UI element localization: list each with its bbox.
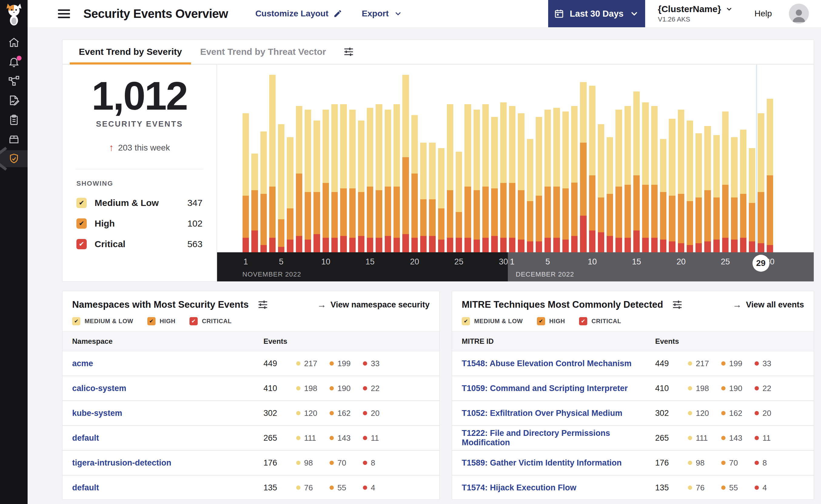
user-avatar[interactable] [789,4,809,24]
mitre-technique-link[interactable]: T1052: Exfiltration Over Physical Medium [462,409,655,418]
chart-bar[interactable] [615,69,622,252]
chart-bar[interactable] [323,69,329,252]
chart-bar[interactable] [633,69,640,252]
filter-critical[interactable]: ✔ CRITICAL [189,317,232,325]
chart-bar[interactable] [509,69,515,252]
chart-bar[interactable] [376,69,382,252]
help-link[interactable]: Help [754,9,772,18]
chart-bar[interactable] [696,69,702,252]
chart-bar[interactable] [518,69,524,252]
chart-bar[interactable] [562,69,569,252]
chart-bar[interactable] [385,69,391,252]
chart-bar[interactable] [447,69,453,252]
namespaces-settings-button[interactable] [257,299,269,310]
chart-bar[interactable] [429,69,435,252]
chart-bar[interactable] [456,69,462,252]
filter-high[interactable]: ✔ HIGH [537,317,565,325]
chart-bar[interactable] [713,69,720,252]
customize-layout-button[interactable]: Customize Layout [255,9,342,18]
chart-bar[interactable] [251,69,258,252]
namespace-link[interactable]: tigera-intrusion-detection [72,458,264,468]
chart-bar[interactable] [349,69,356,252]
chart-bar[interactable] [527,69,533,252]
filter-critical[interactable]: ✔ CRITICAL [579,317,621,325]
sidebar-item-alerts[interactable] [0,52,28,71]
date-range-button[interactable]: Last 30 Days [548,0,645,27]
sidebar-item-policies[interactable] [0,91,28,110]
mitre-technique-link[interactable]: T1059: Command and Scripting Interpreter [462,384,655,393]
chart-bar[interactable] [500,69,507,252]
chart-bar[interactable] [269,69,276,252]
filter-medium-low[interactable]: ✔ MEDIUM & LOW [72,317,133,325]
chart-bar[interactable] [749,69,755,252]
chart-bar[interactable] [482,69,489,252]
chart-bar[interactable] [394,69,400,252]
high-checkbox[interactable]: ✔ [76,218,87,229]
chart-bar[interactable] [278,69,284,252]
chart-bar[interactable] [474,69,480,252]
namespace-link[interactable]: default [72,483,264,492]
filter-medium-low[interactable]: ✔ MEDIUM & LOW [462,317,523,325]
tab-event-trend-by-threat-vector[interactable]: Event Trend by Threat Vector [191,40,335,64]
namespace-link[interactable]: acme [72,359,264,368]
chart-bar[interactable] [553,69,560,252]
sidebar-item-workloads[interactable] [0,130,28,149]
chart-bar[interactable] [678,69,684,252]
chart-bar[interactable] [651,69,658,252]
chart-bar[interactable] [331,69,338,252]
chart-bar[interactable] [687,69,693,252]
chart-bar[interactable] [758,69,764,252]
chart-bar[interactable] [411,69,418,252]
filter-high[interactable]: ✔ HIGH [147,317,175,325]
chart-bar[interactable] [642,69,649,252]
chart-bar[interactable] [287,69,293,252]
chart-bar[interactable] [340,69,347,252]
tab-event-trend-by-severity[interactable]: Event Trend by Severity [70,40,191,64]
sidebar-item-threat-defense[interactable] [0,150,28,167]
trend-settings-button[interactable] [343,40,354,64]
chart-bar[interactable] [243,69,249,252]
chart-bar[interactable] [536,69,542,252]
chart-bar[interactable] [491,69,497,252]
chart-bar[interactable] [420,69,427,252]
critical-checkbox[interactable]: ✔ [76,239,87,249]
chart-bar[interactable] [438,69,444,252]
mitre-technique-link[interactable]: T1548: Abuse Elevation Control Mechanism [462,359,655,368]
namespace-link[interactable]: kube-system [72,409,264,418]
chart-bar[interactable] [580,69,586,252]
chart-bar[interactable] [305,69,311,252]
chart-bar[interactable] [296,69,302,252]
sidebar-item-compliance[interactable] [0,110,28,130]
mitre-technique-link[interactable]: T1574: Hijack Execution Flow [462,483,655,492]
hamburger-menu-icon[interactable] [58,7,70,20]
chart-bar[interactable] [767,69,773,252]
sidebar-item-service-graph[interactable] [0,71,28,91]
selected-day-badge[interactable]: 29 [753,255,770,272]
view-all-events-link[interactable]: → View all events [733,300,804,310]
export-button[interactable]: Export [362,9,403,18]
namespace-link[interactable]: default [72,433,264,443]
chart-bar[interactable] [589,69,595,252]
view-namespace-security-link[interactable]: → View namespace security [317,300,430,310]
chart-bar[interactable] [660,69,667,252]
mitre-technique-link[interactable]: T1589: Gather Victim Identity Informatio… [462,458,655,468]
chart-bar[interactable] [598,69,604,252]
namespace-link[interactable]: calico-system [72,384,264,393]
chart-bar[interactable] [314,69,320,252]
mitre-technique-link[interactable]: T1222: File and Directory Permissions Mo… [462,429,655,447]
chart-bar[interactable] [722,69,729,252]
medium-low-checkbox[interactable]: ✔ [76,198,87,208]
chart-bar[interactable] [571,69,577,252]
chart-bar[interactable] [544,69,551,252]
chart-bar[interactable] [402,69,409,252]
cluster-selector[interactable]: {ClusterName} V1.26 AKS [658,4,733,23]
chart-bar[interactable] [367,69,373,252]
chart-bar[interactable] [731,69,737,252]
chart-bar[interactable] [669,69,675,252]
chart-bar[interactable] [625,69,631,252]
chart-bar[interactable] [740,69,746,252]
chart-bar[interactable] [358,69,364,252]
chart-bar[interactable] [464,69,471,252]
chart-bar[interactable] [261,69,267,252]
mitre-settings-button[interactable] [672,299,683,310]
